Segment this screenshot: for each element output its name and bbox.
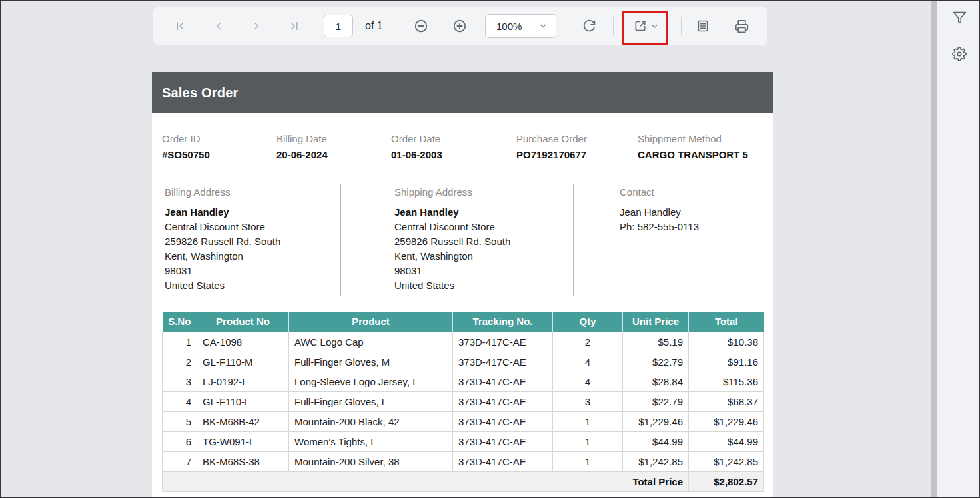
document-page: Sales Order Order ID #SO50750 Billing Da…: [152, 72, 773, 497]
cell-unit-price: $5.19: [623, 332, 689, 352]
meta-value: 01-06-2003: [391, 149, 442, 160]
table-header-cell: Qty: [553, 312, 623, 332]
toolbar-separator: [402, 17, 402, 35]
table-header-cell: Product No: [197, 312, 289, 332]
next-page-button[interactable]: [246, 15, 267, 37]
vertical-scrollbar[interactable]: [931, 1, 937, 497]
refresh-icon: [582, 19, 596, 33]
cell-product: Long-Sleeve Logo Jersey, L: [289, 372, 453, 391]
page-number-input[interactable]: [324, 15, 353, 37]
contact-phone: Ph: 582-555-0113: [620, 220, 699, 234]
table-header-cell: Product: [289, 312, 453, 332]
table-row: 7 BK-M68S-38 Mountain-200 Silver, 38 373…: [163, 451, 764, 471]
cell-qty: 1: [553, 431, 623, 451]
table-header-cell: Unit Price: [623, 312, 689, 332]
cell-product: Full-Finger Gloves, L: [289, 391, 453, 411]
right-side-panel: [937, 1, 979, 497]
cell-tracking-no: 373D-417C-AE: [453, 372, 553, 391]
contact-name: Jean Handley: [620, 205, 699, 220]
order-meta-item: Order ID #SO50750: [162, 133, 210, 160]
cell-tracking-no: 373D-417C-AE: [453, 352, 553, 372]
last-page-button[interactable]: [284, 15, 305, 37]
viewer-area: of 1 100%: [1, 1, 979, 497]
refresh-button[interactable]: [578, 15, 600, 37]
shipping-address-name: Jean Handley: [394, 205, 510, 220]
cell-product: Mountain-200 Black, 42: [289, 411, 453, 431]
settings-button[interactable]: [951, 46, 967, 62]
cell-unit-price: $1,229.46: [623, 411, 689, 431]
cell-unit-price: $22.79: [623, 352, 689, 372]
cell-sno: 2: [163, 352, 197, 372]
table-row: 3 LJ-0192-L Long-Sleeve Logo Jersey, L 3…: [163, 372, 764, 391]
first-page-button[interactable]: [169, 15, 191, 37]
cell-tracking-no: 373D-417C-AE: [453, 332, 553, 352]
previous-page-button[interactable]: [208, 15, 229, 37]
address-line: 98031: [394, 264, 510, 278]
cell-sno: 4: [163, 391, 197, 411]
cell-product: Full-Finger Gloves, M: [289, 352, 453, 372]
shipping-address-label: Shipping Address: [394, 186, 510, 198]
cell-product: Mountain-200 Silver, 38: [289, 451, 453, 471]
cell-qty: 4: [553, 372, 623, 391]
cell-product: AWC Logo Cap: [289, 332, 453, 352]
filter-button[interactable]: [951, 9, 967, 25]
toolbar-separator: [613, 17, 614, 35]
meta-value: 20-06-2024: [276, 149, 328, 160]
addresses-section: Billing Address Jean Handley Central Dis…: [152, 174, 773, 312]
order-meta-item: Billing Date 20-06-2024: [276, 133, 328, 160]
cell-sno: 6: [163, 431, 197, 451]
cell-unit-price: $22.79: [623, 391, 689, 411]
address-line: United States: [165, 278, 280, 293]
cell-qty: 3: [553, 391, 623, 411]
table-footer-row: Total Price $2,802.57: [163, 471, 764, 491]
export-dropdown-chevron[interactable]: [650, 21, 659, 33]
order-meta-item: Shippment Method CARGO TRANSPORT 5: [638, 133, 748, 160]
address-line: Kent, Washington: [394, 249, 510, 264]
chevron-down-icon: [538, 21, 548, 31]
text-view-button[interactable]: [692, 15, 714, 37]
meta-label: Purchase Order: [516, 133, 587, 144]
table-header-cell: Total: [689, 312, 764, 332]
zoom-in-button[interactable]: [449, 15, 470, 37]
print-button[interactable]: [731, 15, 752, 37]
address-divider: [340, 184, 341, 296]
gear-icon: [952, 47, 967, 61]
table-row: 6 TG-W091-L Women's Tights, L 373D-417C-…: [163, 431, 764, 451]
table-header-row: S.NoProduct NoProductTracking No.QtyUnit…: [163, 312, 764, 332]
cell-product: Women's Tights, L: [289, 431, 453, 451]
chevron-right-icon: [250, 20, 262, 32]
first-page-icon: [174, 20, 186, 32]
shipping-address-block: Shipping Address Jean Handley Central Di…: [394, 186, 510, 293]
cell-tracking-no: 373D-417C-AE: [453, 391, 553, 411]
meta-value: PO7192170677: [516, 149, 587, 160]
table-header-cell: Tracking No.: [453, 312, 553, 332]
table-row: 2 GL-F110-M Full-Finger Gloves, M 373D-4…: [163, 352, 764, 372]
table-body: 1 CA-1098 AWC Logo Cap 373D-417C-AE 2 $5…: [163, 332, 764, 471]
meta-label: Order Date: [391, 133, 442, 144]
cell-sno: 5: [163, 411, 197, 431]
total-price-value: $2,802.57: [689, 471, 764, 491]
cell-product-no: TG-W091-L: [197, 431, 289, 451]
billing-address-label: Billing Address: [165, 186, 280, 198]
cell-tracking-no: 373D-417C-AE: [453, 431, 553, 451]
cell-tracking-no: 373D-417C-AE: [453, 451, 553, 471]
cell-sno: 1: [163, 332, 197, 352]
address-line: 259826 Russell Rd. South: [394, 234, 510, 249]
order-meta-item: Order Date 01-06-2003: [391, 133, 442, 160]
cell-unit-price: $44.99: [623, 431, 689, 451]
cell-total: $44.99: [689, 431, 764, 451]
address-line: Central Discount Store: [165, 220, 280, 234]
toolbar-separator: [570, 17, 570, 35]
export-button[interactable]: [630, 15, 651, 37]
zoom-level-dropdown[interactable]: 100%: [485, 14, 556, 38]
meta-value: #SO50750: [162, 149, 210, 160]
cell-product-no: LJ-0192-L: [197, 372, 289, 391]
zoom-out-button[interactable]: [410, 15, 432, 37]
cell-qty: 4: [553, 352, 623, 372]
total-price-label: Total Price: [623, 471, 689, 491]
address-divider: [573, 184, 574, 296]
chevron-down-icon: [650, 22, 659, 31]
document-title-bar: Sales Order: [152, 72, 773, 113]
toolbar-separator: [681, 17, 682, 35]
footer-spacer: [163, 471, 623, 491]
